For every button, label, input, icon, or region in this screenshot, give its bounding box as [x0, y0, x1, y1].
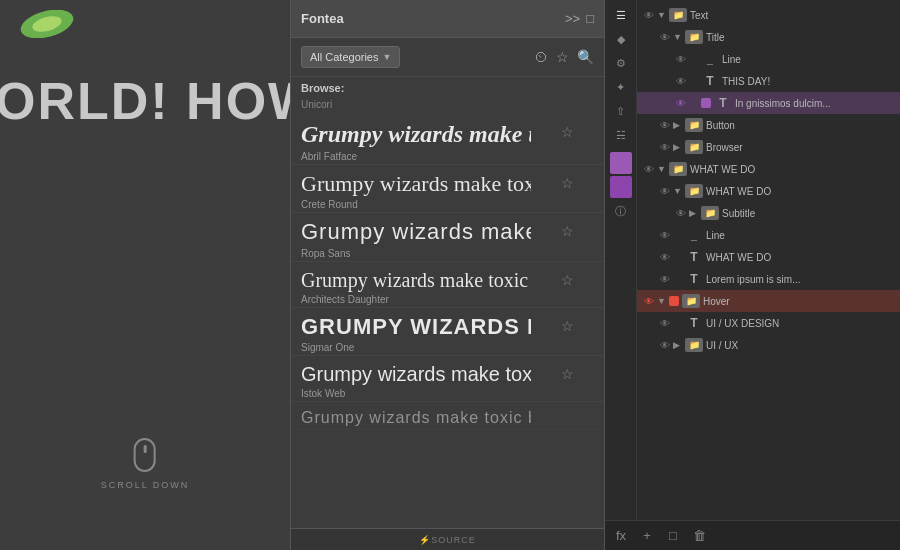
expand-arrow-icon[interactable]: ▼	[657, 164, 669, 174]
layer-label: Lorem ipsum is sim...	[706, 274, 896, 285]
export-icon[interactable]: ⇧	[607, 100, 635, 122]
visibility-eye-icon[interactable]: 👁	[657, 337, 673, 353]
visibility-eye-icon[interactable]: 👁	[673, 205, 689, 221]
website-preview: ORLD! HOW AR SCROLL DOWN	[0, 0, 290, 550]
layer-lorem-ipsum[interactable]: 👁 T Lorem ipsum is sim...	[637, 268, 900, 290]
font-item-sigmar[interactable]: GRUMPY WIZARDS MAK Sigmar One ☆	[291, 308, 604, 356]
layer-label: Subtitle	[722, 208, 896, 219]
visibility-eye-icon[interactable]: 👁	[657, 249, 673, 265]
layer-uiux-folder[interactable]: 👁 ▶ 📁 UI / UX	[637, 334, 900, 356]
library-icon[interactable]: ☵	[607, 124, 635, 146]
expand-arrow-icon[interactable]: ▼	[657, 296, 669, 306]
folder-icon: 📁	[685, 30, 703, 44]
add-layer-button[interactable]: +	[637, 528, 657, 543]
text-layer-icon: T	[714, 96, 732, 110]
fontea-footer: ⚡SOURCE	[291, 528, 604, 550]
expand-icon[interactable]: >>	[565, 11, 580, 26]
visibility-eye-icon[interactable]: 👁	[657, 29, 673, 45]
fx-button[interactable]: fx	[611, 528, 631, 543]
visibility-eye-icon[interactable]: 👁	[657, 271, 673, 287]
visibility-eye-icon[interactable]: 👁	[673, 95, 689, 111]
layer-text-group[interactable]: 👁 ▼ 📁 Text	[637, 4, 900, 26]
favorite-star-sigmar[interactable]: ☆	[561, 318, 574, 334]
visibility-eye-icon[interactable]: 👁	[641, 7, 657, 23]
assets-icon[interactable]: ◆	[607, 28, 635, 50]
font-preview-sigmar: GRUMPY WIZARDS MAK	[301, 314, 531, 340]
layer-this-day[interactable]: 👁 T THIS DAY!	[637, 70, 900, 92]
layer-title-group[interactable]: 👁 ▼ 📁 Title	[637, 26, 900, 48]
info-icon[interactable]: ⓘ	[607, 200, 635, 222]
font-name-abril: Abril Fatface	[301, 151, 594, 162]
effects-icon[interactable]: ✦	[607, 76, 635, 98]
layer-what-we-do-root[interactable]: 👁 ▼ 📁 WHAT WE DO	[637, 158, 900, 180]
search-icon[interactable]: 🔍	[577, 49, 594, 65]
fontea-toolbar: All Categories ▼ ⏲ ☆ 🔍	[291, 38, 604, 77]
font-item-ropa[interactable]: Grumpy wizards make toxic brev Ropa Sans…	[291, 213, 604, 261]
favorites-icon[interactable]: ☆	[556, 49, 569, 65]
expand-arrow-icon[interactable]: ▶	[673, 120, 685, 130]
color-swatch-purple[interactable]	[610, 152, 632, 174]
page-headline: ORLD! HOW AR	[0, 75, 290, 127]
layer-what-we-do-sub[interactable]: 👁 ▼ 📁 WHAT WE DO	[637, 180, 900, 202]
expand-arrow-icon[interactable]: ▶	[673, 142, 685, 152]
favorite-star-abril[interactable]: ☆	[561, 124, 574, 140]
visibility-eye-icon[interactable]: 👁	[657, 315, 673, 331]
layer-line-1[interactable]: 👁 ⎯ Line	[637, 48, 900, 70]
expand-arrow-icon[interactable]: ▼	[673, 32, 685, 42]
layers-icon[interactable]: ☰	[607, 4, 635, 26]
scroll-mouse-icon	[134, 438, 156, 472]
folder-icon: 📁	[669, 8, 687, 22]
expand-arrow-icon[interactable]: ▼	[657, 10, 669, 20]
layer-what-we-do-text[interactable]: 👁 T WHAT WE DO	[637, 246, 900, 268]
font-list: Grumpy wizards make toxic Abril Fatface …	[291, 114, 604, 528]
favorite-star-architects[interactable]: ☆	[561, 272, 574, 288]
visibility-eye-icon[interactable]: 👁	[657, 117, 673, 133]
folder-icon: 📁	[685, 338, 703, 352]
layer-line-2[interactable]: 👁 ⎯ Line	[637, 224, 900, 246]
font-name-sigmar: Sigmar One	[301, 342, 594, 353]
duplicate-layer-button[interactable]: □	[663, 528, 683, 543]
expand-arrow-icon[interactable]: ▼	[673, 186, 685, 196]
folder-icon: 📁	[669, 162, 687, 176]
layer-uiux-design[interactable]: 👁 T UI / UX DESIGN	[637, 312, 900, 334]
layer-label: Text	[690, 10, 896, 21]
layer-browser-group[interactable]: 👁 ▶ 📁 Browser	[637, 136, 900, 158]
layer-label: Title	[706, 32, 896, 43]
category-dropdown[interactable]: All Categories ▼	[301, 46, 400, 68]
dropdown-arrow-icon: ▼	[382, 52, 391, 62]
scrolled-section-label: Unicori	[291, 99, 604, 114]
visibility-eye-icon[interactable]: 👁	[641, 161, 657, 177]
layer-label: WHAT WE DO	[706, 186, 896, 197]
panel-menu-icon[interactable]: □	[586, 11, 594, 26]
expand-arrow-icon[interactable]: ▶	[689, 208, 701, 218]
visibility-eye-icon[interactable]: 👁	[657, 227, 673, 243]
font-preview-abril: Grumpy wizards make toxic	[301, 120, 531, 149]
delete-layer-button[interactable]: 🗑	[689, 528, 709, 543]
visibility-eye-icon[interactable]: 👁	[673, 73, 689, 89]
font-item-architects[interactable]: Grumpy wizards make toxic Architects Dau…	[291, 262, 604, 308]
expand-arrow-icon[interactable]: ▶	[673, 340, 685, 350]
visibility-eye-icon[interactable]: 👁	[657, 183, 673, 199]
layer-gnissimos[interactable]: 👁 T In gnissimos dulcim...	[637, 92, 900, 114]
layer-label: Line	[706, 230, 896, 241]
font-name-ropa: Ropa Sans	[301, 248, 594, 259]
font-item-istok[interactable]: Grumpy wizards make toxic Istok Web ☆	[291, 356, 604, 402]
fontea-header: Fontea >> □	[291, 0, 604, 38]
properties-icon[interactable]: ⚙	[607, 52, 635, 74]
font-item-abril[interactable]: Grumpy wizards make toxic Abril Fatface …	[291, 114, 604, 165]
layer-label: THIS DAY!	[722, 76, 896, 87]
color-swatch-violet[interactable]	[610, 176, 632, 198]
history-icon[interactable]: ⏲	[534, 49, 548, 65]
favorite-star-ropa[interactable]: ☆	[561, 223, 574, 239]
layer-label: Browser	[706, 142, 896, 153]
browse-label: Browse:	[291, 77, 604, 99]
visibility-eye-icon[interactable]: 👁	[673, 51, 689, 67]
layer-subtitle[interactable]: 👁 ▶ 📁 Subtitle	[637, 202, 900, 224]
visibility-eye-icon[interactable]: 👁	[641, 293, 657, 309]
layer-button-group[interactable]: 👁 ▶ 📁 Button	[637, 114, 900, 136]
layer-hover-group[interactable]: 👁 ▼ 📁 Hover	[637, 290, 900, 312]
favorite-star-istok[interactable]: ☆	[561, 366, 574, 382]
favorite-star-crete[interactable]: ☆	[561, 175, 574, 191]
font-item-crete[interactable]: Grumpy wizards make toxic b Crete Round …	[291, 165, 604, 213]
visibility-eye-icon[interactable]: 👁	[657, 139, 673, 155]
